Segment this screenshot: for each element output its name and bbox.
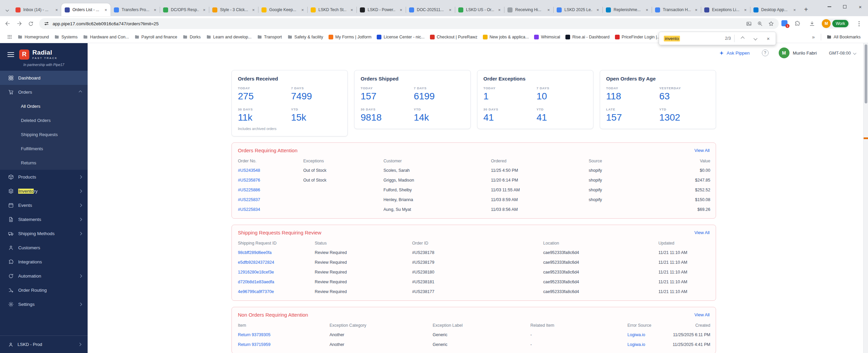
sidebar-item-customers[interactable]: Customers [0,240,88,255]
sidebar-item-integrations[interactable]: Integrations [0,255,88,269]
item-link[interactable]: Return 93715959 [238,342,271,347]
order-link[interactable]: #US225837 [238,197,260,202]
ask-pippen-button[interactable]: Ask Pippen [719,51,749,56]
sidebar-item-automation[interactable]: Automation [0,269,88,283]
table-row[interactable]: #US243548 Out of Stock Scoles, Sarah 11/… [238,165,710,175]
bookmark-item[interactable]: Homeground [15,33,52,41]
page-scrollbar[interactable] [863,43,868,353]
stat-value[interactable]: 1302 [659,112,710,123]
browser-tab[interactable]: Desktop App... × [750,3,799,16]
close-button[interactable]: × [852,0,868,13]
address-bar[interactable]: app.pipe17.com/8c62eb0916c6a747/orders?l… [39,18,779,29]
bookmark-item[interactable]: PriceFinder Login |... [612,33,663,41]
browser-tab[interactable]: LSKD Tech St... × [307,3,356,16]
order-link[interactable]: #US225886 [238,188,260,192]
downloads-button[interactable] [806,18,818,29]
browser-tab[interactable]: Orders List - ... × [61,3,111,16]
browser-tab[interactable]: Replenishme... × [602,3,652,16]
sidebar-item-dashboard[interactable]: Dashboard [0,71,88,85]
error-source-link[interactable]: Logiwa.io [627,332,645,337]
tab-close-icon[interactable]: × [152,7,158,12]
tab-close-icon[interactable]: × [202,7,207,12]
sidebar-item-events[interactable]: Events [0,198,88,212]
url-text[interactable]: app.pipe17.com/8c62eb0916c6a747/orders?l… [53,21,743,26]
stat-value[interactable]: 157 [361,91,411,102]
minimize-button[interactable] [822,0,837,13]
sidebar-item-deleted-orders[interactable]: Deleted Orders [0,113,88,127]
browser-tab[interactable]: Style - 3 Click... × [209,3,258,16]
stat-value[interactable]: 15k [291,112,342,123]
order-link[interactable]: #US235876 [238,178,260,183]
tab-close-icon[interactable]: × [546,7,551,12]
browser-tab[interactable]: Google Keep... × [258,3,307,16]
tab-close-icon[interactable]: × [743,7,748,12]
tab-close-icon[interactable]: × [693,7,699,12]
stat-value[interactable]: 63 [659,91,710,102]
tab-close-icon[interactable]: × [447,7,453,12]
browser-tab[interactable]: LSKD US - Or... × [455,3,504,16]
stat-value[interactable]: 1 [484,91,534,102]
table-row[interactable]: #US225886 Fulford, Shelby 11/03 11:55 AM… [238,185,710,195]
table-row[interactable]: #US225834 Aung, Su Myat 11/03 8:56 AM $6… [238,204,710,214]
bookmark-item[interactable]: Payroll and finance [132,33,180,41]
site-info-icon[interactable] [44,21,49,26]
bookmark-item[interactable]: Whimsical [531,33,563,41]
sidebar-item-inventory[interactable]: Inventory [0,184,88,198]
stat-value[interactable]: 41 [484,112,534,123]
sidebar-item-shipping-requests[interactable]: Shipping Requests [0,127,88,141]
profile-chip[interactable]: M Work [821,19,850,29]
all-bookmarks-button[interactable]: All Bookmarks [824,33,863,41]
table-row[interactable]: 98cbff289d6ee0fa Review Required #US2381… [238,248,710,257]
extension-icon[interactable]: 1 [781,20,788,27]
find-in-page-bar[interactable]: invento 2/3 × [659,32,776,45]
stat-value[interactable]: 14k [414,112,464,123]
stat-value[interactable]: 9818 [361,112,411,123]
sidebar-toggle-button[interactable] [7,52,14,57]
table-row[interactable]: #US225837 Henley, Brianna 11/03 8:59 AM … [238,195,710,204]
tab-close-icon[interactable]: × [644,7,650,12]
tab-close-icon[interactable]: × [349,7,354,12]
table-row[interactable]: d720b8d1e83aedfa Review Required #US2381… [238,277,710,287]
bookmark-item[interactable]: Transport [254,33,285,41]
order-link[interactable]: #US225834 [238,207,260,212]
stat-value[interactable]: 6199 [414,91,464,102]
bookmark-item[interactable]: Safety & facility [285,33,326,41]
timezone-selector[interactable]: GMT-08:00 [829,51,856,56]
order-link[interactable]: #US243548 [238,168,260,173]
sidebar-item-products[interactable]: Products [0,170,88,184]
table-row[interactable]: 4e96799ca9f7370e Review Required #US2381… [238,287,710,296]
bookmark-item[interactable]: Rise.ai - Dashboard [563,33,612,41]
stat-value[interactable]: 11k [238,112,288,123]
tab-close-icon[interactable]: × [300,7,305,12]
tab-close-icon[interactable]: × [103,7,108,12]
zoom-icon[interactable] [757,21,763,27]
maximize-button[interactable] [837,0,852,13]
find-query-input[interactable]: invento [664,36,680,41]
bookmark-item[interactable]: New jobs & applica... [480,33,532,41]
bookmark-item[interactable]: Dorks [180,33,204,41]
bookmark-star-icon[interactable] [768,21,774,27]
sidebar-item-returns[interactable]: Returns [0,156,88,170]
sidebar-item-order-routing[interactable]: Order Routing [0,283,88,297]
browser-tab[interactable]: DOC-202511... × [406,3,455,16]
table-row[interactable]: Return 93715959 Another Generic - Logiwa… [238,340,710,349]
browser-tab[interactable]: DC/OPS Resp... × [160,3,209,16]
item-link[interactable]: Return 93739305 [238,332,271,337]
extensions-button[interactable] [792,18,803,29]
new-tab-button[interactable]: + [801,5,811,14]
reload-button[interactable] [25,18,36,29]
forward-button[interactable] [13,18,25,29]
browser-tab[interactable]: Transfers Pro... × [111,3,160,16]
scrollbar-thumb[interactable] [865,44,867,103]
tab-search-button[interactable] [3,5,11,14]
stat-value[interactable]: 118 [606,91,657,102]
find-next-button[interactable] [751,34,760,43]
apps-button[interactable] [5,32,14,42]
browser-menu-button[interactable] [853,18,865,29]
find-previous-button[interactable] [738,34,747,43]
org-switcher[interactable]: LSKD - Prod [0,335,88,353]
shipping-request-link[interactable]: 12916280e18cef3e [238,270,274,275]
table-row[interactable]: 12916280e18cef3e Review Required #US2381… [238,267,710,277]
bookmark-item[interactable]: Hardware and Con... [80,33,131,41]
table-row[interactable]: #US235876 Out of Stock Griggs, Madison 1… [238,175,710,185]
